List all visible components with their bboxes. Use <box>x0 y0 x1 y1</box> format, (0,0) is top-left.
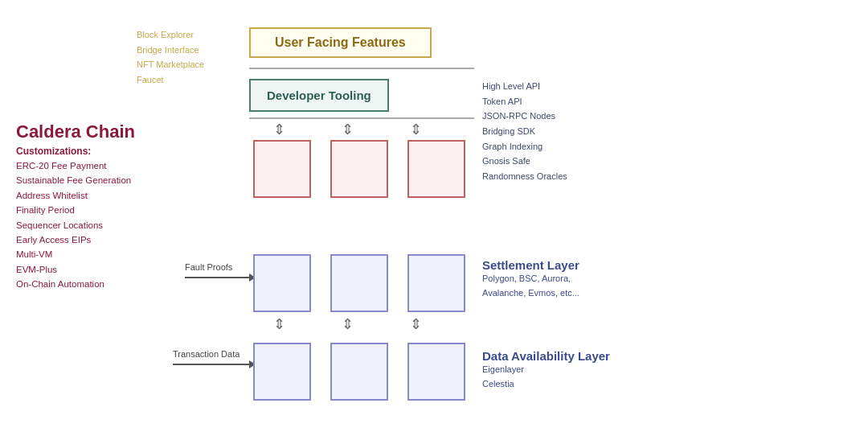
updown-arrow-3: ⇕ <box>410 121 422 138</box>
updown-arrow-4: ⇕ <box>273 315 285 333</box>
updown-arrow-6: ⇕ <box>410 315 422 333</box>
arrows-row-1: ⇕ ⇕ ⇕ <box>273 121 422 138</box>
settlement-box-2 <box>330 254 388 312</box>
updown-arrow-2: ⇕ <box>342 121 354 138</box>
settlement-box-3 <box>407 254 465 312</box>
user-facing-labels: Block Explorer Bridge Interface NFT Mark… <box>137 27 204 88</box>
list-item: Address Whitelist <box>16 188 165 203</box>
chain-box-1 <box>253 140 311 198</box>
settlement-boxes-row <box>253 254 465 312</box>
label-item: NFT Marketplace <box>137 57 204 72</box>
arrow-line-2 <box>173 364 249 365</box>
list-item: Multi-VM <box>16 247 165 261</box>
da-box-2 <box>330 343 388 401</box>
fault-proofs-arrow <box>185 274 256 282</box>
caldera-chain-panel: Caldera Chain Customizations: ERC-20 Fee… <box>16 121 165 292</box>
dev-tooling-labels: High Level API Token API JSON-RPC Nodes … <box>482 79 567 184</box>
label-item: Gnosis Safe <box>482 154 567 169</box>
settlement-box-1 <box>253 254 311 312</box>
settlement-sub1: Polygon, BSC, Aurora, <box>482 272 579 286</box>
list-item: Early Access EIPs <box>16 232 165 247</box>
developer-tooling-box: Developer Tooling <box>249 79 389 112</box>
label-item: JSON-RPC Nodes <box>482 109 567 124</box>
chain-box-3 <box>407 140 465 198</box>
fault-proofs-group: Fault Proofs <box>185 262 256 282</box>
arrows-row-2: ⇕ ⇕ ⇕ <box>273 315 422 333</box>
transaction-data-label: Transaction Data <box>173 349 256 359</box>
da-box-3 <box>407 343 465 401</box>
list-item: Sustainable Fee Generation <box>16 173 165 187</box>
updown-arrow-5: ⇕ <box>342 315 354 333</box>
caldera-title: Caldera Chain <box>16 121 165 142</box>
label-item: Block Explorer <box>137 27 204 43</box>
label-item: Faucet <box>137 72 204 88</box>
list-item: On-Chain Automation <box>16 277 165 291</box>
arrow-line <box>185 277 249 278</box>
chain-box-2 <box>330 140 388 198</box>
customizations-label: Customizations: <box>16 146 165 157</box>
h-line-2 <box>249 117 474 119</box>
chain-boxes-row <box>253 140 465 198</box>
da-box-1 <box>253 343 311 401</box>
label-item: Randomness Oracles <box>482 169 567 184</box>
settlement-title: Settlement Layer <box>482 258 579 272</box>
label-item: Token API <box>482 94 567 109</box>
settlement-sub2: Avalanche, Evmos, etc... <box>482 286 579 301</box>
list-item: Sequencer Locations <box>16 218 165 232</box>
label-item: Bridging SDK <box>482 124 567 139</box>
da-sub1: Eigenlayer <box>482 363 610 377</box>
da-title: Data Availability Layer <box>482 349 610 363</box>
list-item: EVM-Plus <box>16 262 165 277</box>
da-label-group: Data Availability Layer Eigenlayer Celes… <box>482 349 610 391</box>
list-item: Finality Period <box>16 203 165 217</box>
customizations-list: ERC-20 Fee Payment Sustainable Fee Gener… <box>16 158 165 292</box>
settlement-label-group: Settlement Layer Polygon, BSC, Aurora, A… <box>482 258 579 300</box>
da-sub2: Celestia <box>482 377 610 392</box>
updown-arrow-1: ⇕ <box>273 121 285 138</box>
label-item: Graph Indexing <box>482 139 567 154</box>
da-boxes-row <box>253 343 465 401</box>
label-item: High Level API <box>482 79 567 94</box>
transaction-data-arrow <box>173 360 256 368</box>
user-facing-box: User Facing Features <box>249 27 432 58</box>
list-item: ERC-20 Fee Payment <box>16 158 165 173</box>
h-line-1 <box>249 68 474 69</box>
fault-proofs-label: Fault Proofs <box>185 262 256 272</box>
label-item: Bridge Interface <box>137 43 204 58</box>
transaction-data-group: Transaction Data <box>173 349 256 368</box>
